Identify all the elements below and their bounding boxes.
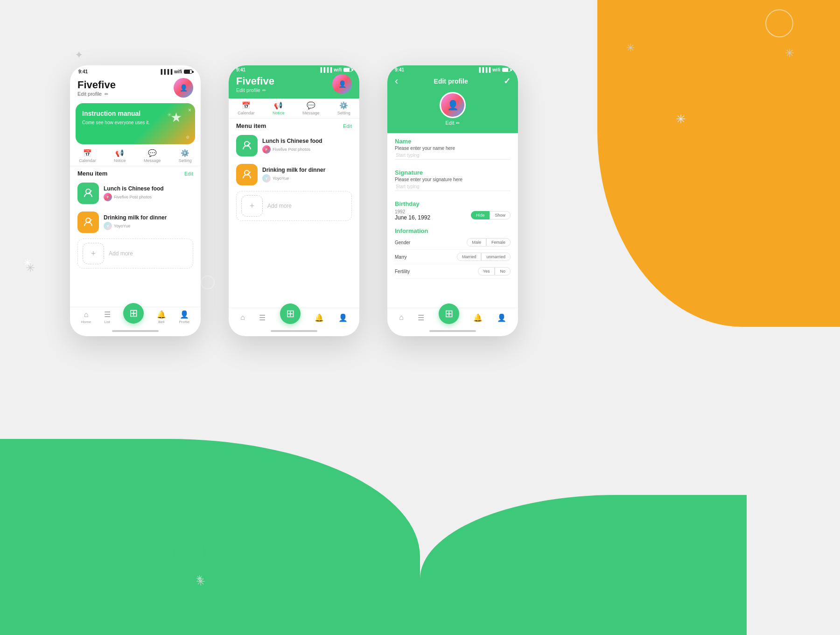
phone3-profile-icon: 👤 [497,313,506,322]
phone1-edit-profile-row[interactable]: Edit profile ✏ [77,91,116,97]
deco-circle-bottom-center [173,537,205,570]
phone1-add-more-label: Add more [109,250,133,257]
phone2-tab-message[interactable]: 💬 Message [302,101,320,115]
phone1-tab-calendar[interactable]: 📅 Calendar [79,149,96,163]
phone2-edit-row[interactable]: Edit profile ✏ [236,87,274,93]
phone3-fertility-label: Fertility [395,269,410,274]
phone3-name-placeholder[interactable]: Start typing [395,151,511,160]
phone3-no-btn[interactable]: No [495,267,511,275]
phone2-add-more[interactable]: + Add more [236,191,352,221]
phone3-battery-icon [502,68,511,72]
phone1-edit-btn[interactable]: Edit [184,171,193,176]
phone2-menu-item-2[interactable]: Drinking milk for dinner Y YoyoYue [229,160,359,189]
phone3-unmarried-btn[interactable]: unmarried [481,253,511,261]
phone2-bottom-tab-profile[interactable]: 👤 [338,313,348,322]
phone1-bottom-tab-home[interactable]: ⌂ Home [81,310,91,324]
phone1-bottom-tab-bell[interactable]: 🔔 Bell [157,310,166,324]
phone2-bottom-tab-list[interactable]: ☰ [259,313,266,322]
phone2-tab-notice[interactable]: 📢 Notice [273,101,285,115]
phone3-bottom-tab-fab[interactable]: ⊞ [439,311,459,324]
phone2-home-icon: ⌂ [240,313,245,322]
phone3-sig-placeholder[interactable]: Start typing [395,183,511,191]
phone1-tab-notice[interactable]: 📢 Notice [114,149,126,163]
phone2-battery-fill [344,68,350,71]
phone1-bottom-tab-profile[interactable]: 👤 Profile [179,310,190,324]
battery-icon [184,70,192,74]
phone3-home-indicator [387,326,518,336]
deco-spinner-top-right [785,47,798,60]
phone2-home-indicator [229,326,359,336]
phone2-edit-btn[interactable]: Edit [343,123,352,129]
phone2-profile-icon: 👤 [338,313,348,322]
phone1-bottom-tabs: ⌂ Home ☰ List ⊞ 🔔 Bell 👤 Profile [70,307,201,326]
phone3-bottom-tab-home[interactable]: ⌂ [399,313,404,322]
phone3-birthday-row: 1992 June 16, 1992 Hide Show [395,209,511,221]
phone3-bottom-tab-profile[interactable]: 👤 [497,313,506,322]
phone3-bottom-tab-bell[interactable]: 🔔 [473,313,483,322]
deco-circle-top-right [765,9,793,37]
phone3-female-btn[interactable]: Female [486,238,511,247]
phone2-signal-icon: ▐▐▐▐ [319,67,332,72]
phone1-add-icon: + [83,243,104,264]
phone2-bottom-tab-fab[interactable]: ⊞ [280,311,301,324]
phone2-tab-notice-label: Notice [273,111,285,115]
phone3-edit-pencil: ✏ [456,120,460,126]
phone3-fertility-row: Fertility Yes No [395,264,511,279]
phone1-tab-setting-label: Setting [179,158,192,163]
phone2-tab-setting[interactable]: ⚙️ Setting [337,101,350,115]
phone1-menu-item-1[interactable]: Lunch is Chinese food F Fivefive Post ph… [70,179,201,208]
phone3-check-icon[interactable]: ✓ [504,76,511,86]
phone2-menu-sub-2: Y YoyoYue [262,174,352,183]
phone1-list-label: List [105,320,110,324]
phone1-bottom-tab-fab[interactable]: ⊞ [123,310,144,324]
phone3-marry-toggle: Married unmarried [457,253,511,261]
phone3-birthday-date: June 16, 1992 [395,214,430,221]
phone2-header-row: Fivefive Edit profile ✏ 👤 [236,74,352,94]
phone3-bottom-tab-list[interactable]: ☰ [418,313,424,322]
phone1-avatar[interactable]: 👤 [174,78,193,98]
phone3-marry-row: Marry Married unmarried [395,250,511,264]
phone3-signal-icon: ▐▐▐▐ [477,67,490,72]
phone3-birthday-info: 1992 June 16, 1992 [395,209,430,221]
phone1-home-indicator [70,326,201,336]
phone3-male-btn[interactable]: Male [467,238,486,247]
phone2-fab-button[interactable]: ⊞ [280,303,301,324]
phone1-tab-message[interactable]: 💬 Message [144,149,161,163]
phone3-name-section: Name Please enter your name here Start t… [387,133,518,164]
phone2-wifi-icon: wifi [334,67,342,72]
phone1-sub-text-2: YoyoYue [114,224,130,228]
phone3-yes-btn[interactable]: Yes [478,267,495,275]
phone1-indicator-bar [112,330,159,332]
phone3-fertility-toggle: Yes No [478,267,511,275]
phone3-hide-btn[interactable]: Hide [471,211,490,219]
phone2-avatar[interactable]: 👤 [332,74,352,94]
phone2-bottom-tab-home[interactable]: ⌂ [240,313,245,322]
phone3-married-btn[interactable]: Married [457,253,482,261]
phone1-add-more[interactable]: + Add more [77,239,193,268]
phone1-menu-item-2[interactable]: Drinking milk for dinner Y YoyoYue [70,208,201,237]
phone2-sub-avatar-1: F [262,145,271,154]
phone3-show-btn[interactable]: Show [490,211,511,219]
phone3-nav-row: ‹ Edit profile ✓ [395,75,511,92]
profile-icon: 👤 [180,310,189,319]
phone3-sig-label: Please enter your signature here [395,177,511,182]
banner-close[interactable]: × [188,107,191,113]
fab-icon: ⊞ [129,307,138,319]
deco-snowflake-2: ✳ [23,257,32,269]
phone3-bell-icon: 🔔 [473,313,483,322]
phone2-tab-calendar[interactable]: 📅 Calendar [238,101,255,115]
phone2-bottom-tab-bell[interactable]: 🔔 [315,313,324,322]
phone3-wifi-icon: wifi [492,67,500,72]
phone2-scroll-content: Menu item Edit Lunch is Chinese food F [229,119,359,308]
phone1-time: 9:41 [78,69,88,74]
phone3-edit-row[interactable]: Edit ✏ [446,120,460,126]
phone2-fab-icon: ⊞ [286,308,294,320]
phone3-info-title: Information [395,227,511,234]
phone1-bottom-tab-list[interactable]: ☰ List [104,310,111,324]
phone3-back-icon[interactable]: ‹ [395,75,398,87]
phone3-fab-button[interactable]: ⊞ [439,303,459,324]
phone2-menu-item-1[interactable]: Lunch is Chinese food F Fivefive Post ph… [229,131,359,160]
phone1-tab-setting[interactable]: ⚙️ Setting [179,149,192,163]
fab-button[interactable]: ⊞ [123,303,144,324]
phone2-menu-info-2: Drinking milk for dinner Y YoyoYue [262,167,352,183]
